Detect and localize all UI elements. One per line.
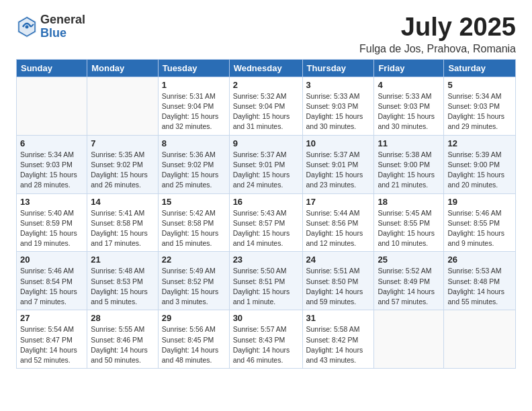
day-number: 14	[91, 197, 154, 207]
table-row: 2Sunrise: 5:32 AM Sunset: 9:04 PM Daylig…	[229, 77, 302, 135]
day-info: Sunrise: 5:58 AM Sunset: 8:42 PM Dayligh…	[306, 324, 371, 365]
day-info: Sunrise: 5:42 AM Sunset: 8:58 PM Dayligh…	[162, 208, 226, 249]
day-info: Sunrise: 5:36 AM Sunset: 9:02 PM Dayligh…	[162, 150, 226, 191]
day-number: 28	[91, 313, 154, 323]
calendar-header-row: Sunday Monday Tuesday Wednesday Thursday…	[17, 59, 516, 77]
day-number: 9	[233, 138, 299, 148]
day-number: 30	[233, 313, 299, 323]
day-info: Sunrise: 5:40 AM Sunset: 8:59 PM Dayligh…	[20, 208, 83, 249]
day-number: 6	[20, 138, 83, 148]
table-row: 29Sunrise: 5:56 AM Sunset: 8:45 PM Dayli…	[158, 310, 229, 369]
day-number: 22	[162, 255, 226, 265]
day-info: Sunrise: 5:38 AM Sunset: 9:00 PM Dayligh…	[378, 150, 440, 191]
calendar-week-row: 27Sunrise: 5:54 AM Sunset: 8:47 PM Dayli…	[17, 310, 516, 369]
calendar-week-row: 1Sunrise: 5:31 AM Sunset: 9:04 PM Daylig…	[17, 77, 516, 135]
table-row: 7Sunrise: 5:35 AM Sunset: 9:02 PM Daylig…	[87, 135, 159, 193]
day-number: 1	[162, 80, 226, 90]
table-row: 1Sunrise: 5:31 AM Sunset: 9:04 PM Daylig…	[158, 77, 229, 135]
table-row: 17Sunrise: 5:44 AM Sunset: 8:56 PM Dayli…	[302, 193, 374, 252]
table-row: 20Sunrise: 5:46 AM Sunset: 8:54 PM Dayli…	[17, 252, 87, 310]
logo-blue-text: Blue	[40, 27, 85, 40]
col-sunday: Sunday	[17, 59, 87, 77]
day-info: Sunrise: 5:35 AM Sunset: 9:02 PM Dayligh…	[91, 150, 154, 191]
table-row: 4Sunrise: 5:33 AM Sunset: 9:03 PM Daylig…	[374, 77, 444, 135]
day-number: 7	[91, 138, 154, 148]
table-row: 19Sunrise: 5:46 AM Sunset: 8:55 PM Dayli…	[444, 193, 516, 252]
table-row: 9Sunrise: 5:37 AM Sunset: 9:01 PM Daylig…	[229, 135, 302, 193]
day-info: Sunrise: 5:34 AM Sunset: 9:03 PM Dayligh…	[20, 150, 83, 191]
table-row: 13Sunrise: 5:40 AM Sunset: 8:59 PM Dayli…	[17, 193, 87, 252]
table-row	[17, 77, 87, 135]
day-info: Sunrise: 5:46 AM Sunset: 8:55 PM Dayligh…	[447, 208, 512, 249]
day-info: Sunrise: 5:52 AM Sunset: 8:49 PM Dayligh…	[378, 266, 440, 307]
col-tuesday: Tuesday	[158, 59, 229, 77]
day-number: 13	[20, 197, 83, 207]
day-number: 18	[378, 197, 440, 207]
day-number: 23	[233, 255, 299, 265]
table-row	[374, 310, 444, 369]
day-number: 12	[447, 138, 512, 148]
day-number: 5	[447, 80, 512, 90]
table-row: 26Sunrise: 5:53 AM Sunset: 8:48 PM Dayli…	[444, 252, 516, 310]
logo-icon	[16, 15, 38, 39]
day-number: 8	[162, 138, 226, 148]
day-info: Sunrise: 5:45 AM Sunset: 8:55 PM Dayligh…	[378, 208, 440, 249]
table-row: 21Sunrise: 5:48 AM Sunset: 8:53 PM Dayli…	[87, 252, 159, 310]
col-wednesday: Wednesday	[229, 59, 302, 77]
col-monday: Monday	[87, 59, 159, 77]
table-row: 14Sunrise: 5:41 AM Sunset: 8:58 PM Dayli…	[87, 193, 159, 252]
logo-general-text: General	[40, 13, 85, 27]
day-info: Sunrise: 5:33 AM Sunset: 9:03 PM Dayligh…	[378, 91, 440, 132]
table-row: 15Sunrise: 5:42 AM Sunset: 8:58 PM Dayli…	[158, 193, 229, 252]
day-number: 27	[20, 313, 83, 323]
header: General Blue July 2025 Fulga de Jos, Pra…	[16, 13, 516, 55]
day-info: Sunrise: 5:54 AM Sunset: 8:47 PM Dayligh…	[20, 324, 83, 365]
day-info: Sunrise: 5:43 AM Sunset: 8:57 PM Dayligh…	[233, 208, 299, 249]
table-row: 31Sunrise: 5:58 AM Sunset: 8:42 PM Dayli…	[302, 310, 374, 369]
table-row: 18Sunrise: 5:45 AM Sunset: 8:55 PM Dayli…	[374, 193, 444, 252]
calendar-week-row: 20Sunrise: 5:46 AM Sunset: 8:54 PM Dayli…	[17, 252, 516, 310]
table-row: 24Sunrise: 5:51 AM Sunset: 8:50 PM Dayli…	[302, 252, 374, 310]
table-row	[444, 310, 516, 369]
day-number: 2	[233, 80, 299, 90]
table-row: 3Sunrise: 5:33 AM Sunset: 9:03 PM Daylig…	[302, 77, 374, 135]
day-info: Sunrise: 5:37 AM Sunset: 9:01 PM Dayligh…	[233, 150, 299, 191]
day-info: Sunrise: 5:31 AM Sunset: 9:04 PM Dayligh…	[162, 91, 226, 132]
month-title: July 2025	[359, 13, 516, 42]
location-title: Fulga de Jos, Prahova, Romania	[359, 43, 516, 55]
day-info: Sunrise: 5:37 AM Sunset: 9:01 PM Dayligh…	[306, 150, 371, 191]
day-info: Sunrise: 5:39 AM Sunset: 9:00 PM Dayligh…	[447, 150, 512, 191]
day-number: 20	[20, 255, 83, 265]
logo: General Blue	[16, 13, 85, 40]
day-info: Sunrise: 5:33 AM Sunset: 9:03 PM Dayligh…	[306, 91, 371, 132]
day-number: 3	[306, 80, 371, 90]
day-number: 29	[162, 313, 226, 323]
day-number: 4	[378, 80, 440, 90]
svg-point-2	[26, 25, 29, 28]
day-number: 16	[233, 197, 299, 207]
day-info: Sunrise: 5:56 AM Sunset: 8:45 PM Dayligh…	[162, 324, 226, 365]
day-info: Sunrise: 5:41 AM Sunset: 8:58 PM Dayligh…	[91, 208, 154, 249]
day-number: 24	[306, 255, 371, 265]
day-info: Sunrise: 5:48 AM Sunset: 8:53 PM Dayligh…	[91, 266, 154, 307]
table-row: 27Sunrise: 5:54 AM Sunset: 8:47 PM Dayli…	[17, 310, 87, 369]
day-info: Sunrise: 5:51 AM Sunset: 8:50 PM Dayligh…	[306, 266, 371, 307]
table-row: 8Sunrise: 5:36 AM Sunset: 9:02 PM Daylig…	[158, 135, 229, 193]
table-row	[87, 77, 159, 135]
day-number: 19	[447, 197, 512, 207]
table-row: 25Sunrise: 5:52 AM Sunset: 8:49 PM Dayli…	[374, 252, 444, 310]
calendar-week-row: 6Sunrise: 5:34 AM Sunset: 9:03 PM Daylig…	[17, 135, 516, 193]
table-row: 6Sunrise: 5:34 AM Sunset: 9:03 PM Daylig…	[17, 135, 87, 193]
day-info: Sunrise: 5:44 AM Sunset: 8:56 PM Dayligh…	[306, 208, 371, 249]
day-number: 31	[306, 313, 371, 323]
col-thursday: Thursday	[302, 59, 374, 77]
day-info: Sunrise: 5:50 AM Sunset: 8:51 PM Dayligh…	[233, 266, 299, 307]
day-number: 17	[306, 197, 371, 207]
day-number: 21	[91, 255, 154, 265]
calendar-week-row: 13Sunrise: 5:40 AM Sunset: 8:59 PM Dayli…	[17, 193, 516, 252]
table-row: 12Sunrise: 5:39 AM Sunset: 9:00 PM Dayli…	[444, 135, 516, 193]
day-info: Sunrise: 5:46 AM Sunset: 8:54 PM Dayligh…	[20, 266, 83, 307]
table-row: 28Sunrise: 5:55 AM Sunset: 8:46 PM Dayli…	[87, 310, 159, 369]
day-number: 25	[378, 255, 440, 265]
col-saturday: Saturday	[444, 59, 516, 77]
